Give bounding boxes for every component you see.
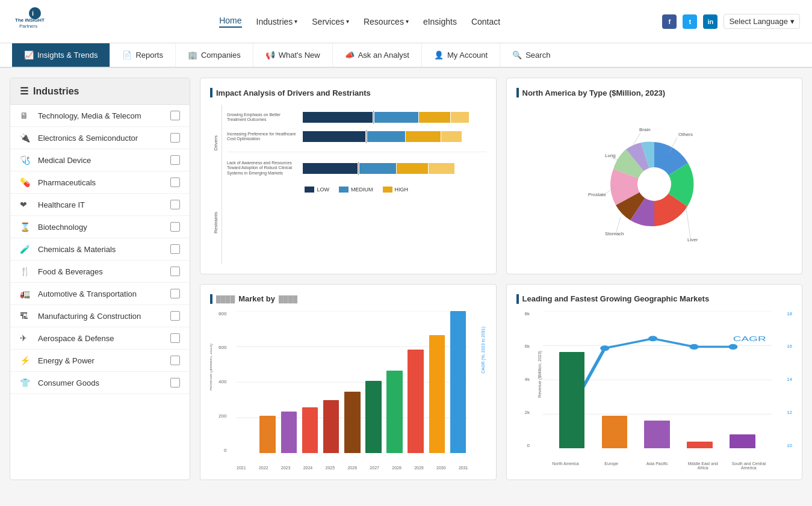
pie-center xyxy=(637,167,671,201)
legend-low: LOW xyxy=(305,187,329,193)
bar-2021 xyxy=(237,311,256,454)
sidebar-item-biotech[interactable]: ⌛ Biotechnology xyxy=(10,216,190,238)
sidebar-item-consumer[interactable]: 👕 Consumer Goods xyxy=(10,372,190,394)
sidebar-item-energy[interactable]: ⚡ Energy & Power xyxy=(10,350,190,372)
nav-ask-analyst[interactable]: 📣 Ask an Analyst xyxy=(333,43,422,67)
energy-checkbox[interactable] xyxy=(170,356,180,365)
technology-checkbox[interactable] xyxy=(170,111,180,120)
geo-bars xyxy=(543,311,772,449)
geo-bar-na xyxy=(554,311,590,449)
automotive-checkbox[interactable] xyxy=(170,289,180,298)
bar-2027 xyxy=(364,311,383,454)
nav-reports[interactable]: 📄 Reports xyxy=(110,43,176,67)
automotive-icon: 🚛 xyxy=(20,289,32,298)
bar-high-2 xyxy=(406,131,441,142)
divider-1 xyxy=(373,111,374,124)
geographic-markets-chart: Leading and Fastest Growing Geographic M… xyxy=(506,284,803,481)
nav-right: f t in Select Language ▾ xyxy=(662,14,800,29)
consumer-icon: 👕 xyxy=(20,378,32,387)
label-lung: Lung xyxy=(605,153,616,158)
sidebar: ☰ Industries 🖥 Technology, Media & Telec… xyxy=(10,78,190,480)
label-brain: Brain xyxy=(639,127,651,132)
cagr-label: CAGR (%, 2023 to 2031) xyxy=(481,327,485,374)
bar-2025 xyxy=(321,311,341,454)
geo-y-labels: 8k 6k 4k 2k 0 xyxy=(525,311,530,449)
manufacturing-checkbox[interactable] xyxy=(170,311,180,321)
insights-icon: 📈 xyxy=(24,51,34,60)
label-others: Others xyxy=(678,132,693,137)
manufacturing-icon: 🏗 xyxy=(20,311,32,321)
bar-med-2 xyxy=(367,131,406,142)
logo[interactable]: i The INSIGHT Partners xyxy=(12,5,45,38)
section-divider xyxy=(227,152,486,152)
twitter-icon[interactable]: t xyxy=(683,14,697,29)
nav-industries[interactable]: Industries ▾ xyxy=(256,17,298,26)
nav-search[interactable]: 🔍 Search xyxy=(500,43,562,67)
y-axis-labels: 800 600 400 200 0 xyxy=(218,311,226,454)
bar-med-3 xyxy=(359,163,396,174)
consumer-checkbox[interactable] xyxy=(170,378,180,387)
sidebar-item-chemicals[interactable]: 🧪 Chemicals & Materials xyxy=(10,238,190,261)
pie-chart-svg: Others Brain Lung Prostate Liver Stomach xyxy=(570,118,739,250)
north-america-title: North America by Type ($Million, 2023) xyxy=(516,88,793,97)
x-axis-labels: 2021 2022 2023 2024 2025 2026 2027 2028 … xyxy=(237,466,468,470)
electronics-checkbox[interactable] xyxy=(170,133,180,143)
logo-icon: i The INSIGHT Partners xyxy=(12,5,45,38)
my-account-icon: 👤 xyxy=(434,51,444,60)
bar-med-1 xyxy=(374,112,418,123)
nav-companies[interactable]: 🏢 Companies xyxy=(176,43,253,67)
nav-my-account[interactable]: 👤 My Account xyxy=(422,43,500,67)
bar-high-3 xyxy=(397,163,428,174)
nav-contact[interactable]: Contact xyxy=(471,17,500,26)
aerospace-icon: ✈ xyxy=(20,333,32,343)
lang-dropdown-icon: ▾ xyxy=(790,17,795,26)
nav-home[interactable]: Home xyxy=(219,16,241,28)
sidebar-item-healthcare-it[interactable]: ❤ Healthcare IT xyxy=(10,194,190,216)
chemicals-checkbox[interactable] xyxy=(170,244,180,254)
divider-3 xyxy=(358,162,359,175)
nav-whats-new[interactable]: 📢 What's New xyxy=(253,43,333,67)
nav-resources[interactable]: Resources ▾ xyxy=(364,17,409,26)
sidebar-item-manufacturing[interactable]: 🏗 Manufacturing & Construction xyxy=(10,305,190,327)
sidebar-item-aerospace[interactable]: ✈ Aerospace & Defense xyxy=(10,327,190,350)
bar-2023 xyxy=(279,311,299,454)
facebook-icon[interactable]: f xyxy=(662,14,677,29)
title-bar-icon2 xyxy=(516,88,519,97)
geo-bar-asia xyxy=(639,311,675,449)
label-liver-line xyxy=(686,204,690,238)
label-liver: Liver xyxy=(687,237,698,242)
second-nav: 📈 Insights & Trends 📄 Reports 🏢 Companie… xyxy=(0,43,812,68)
legend-medium-box xyxy=(339,187,349,193)
healthcare-it-icon: ❤ xyxy=(20,200,32,209)
north-america-chart: North America by Type ($Million, 2023) xyxy=(506,78,803,274)
sidebar-item-electronics[interactable]: 🔌 Electronics & Semiconductor xyxy=(10,127,190,149)
pharma-icon: 💊 xyxy=(20,177,32,187)
pharma-checkbox[interactable] xyxy=(170,177,180,187)
language-selector[interactable]: Select Language ▾ xyxy=(724,14,800,29)
bar-extra-1 xyxy=(451,112,469,123)
bar-2026 xyxy=(342,311,362,454)
sidebar-item-medical[interactable]: 🩺 Medical Device xyxy=(10,149,190,171)
nav-insights-trends[interactable]: 📈 Insights & Trends xyxy=(12,43,110,67)
aerospace-checkbox[interactable] xyxy=(170,333,180,343)
driver-row-1: Growing Emphasis on Better Treatment Out… xyxy=(227,111,486,124)
biotech-icon: ⌛ xyxy=(20,222,32,232)
linkedin-icon[interactable]: in xyxy=(703,14,717,29)
reports-icon: 📄 xyxy=(122,51,132,60)
medical-checkbox[interactable] xyxy=(170,155,180,165)
nav-links: Home Industries ▾ Services ▾ Resources ▾… xyxy=(69,16,650,28)
nav-services[interactable]: Services ▾ xyxy=(312,17,349,26)
impact-analysis-chart: Impact Analysis of Drivers and Restriant… xyxy=(200,78,497,274)
healthcare-it-checkbox[interactable] xyxy=(170,200,180,209)
drivers-label: Drivers xyxy=(213,135,218,150)
label-stomach: Stomach xyxy=(605,231,624,236)
sidebar-item-food[interactable]: 🍴 Food & Beverages xyxy=(10,261,190,283)
sidebar-item-pharma[interactable]: 💊 Pharmaceuticals xyxy=(10,171,190,194)
sidebar-item-technology[interactable]: 🖥 Technology, Media & Telecom xyxy=(10,105,190,127)
food-checkbox[interactable] xyxy=(170,267,180,276)
sidebar-item-automotive[interactable]: 🚛 Automotive & Transportation xyxy=(10,283,190,305)
bar-2030 xyxy=(427,311,447,454)
title-bar-icon4 xyxy=(516,294,519,304)
biotech-checkbox[interactable] xyxy=(170,222,180,232)
nav-einsights[interactable]: eInsights xyxy=(423,17,457,26)
